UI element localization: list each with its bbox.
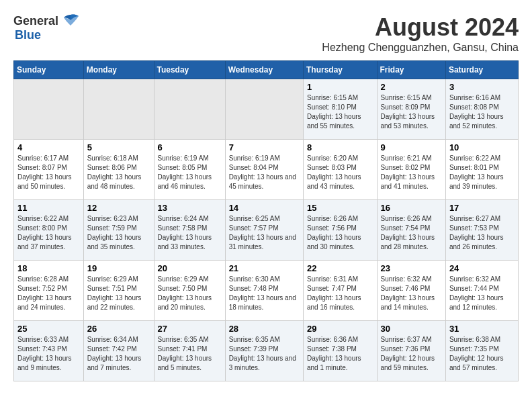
day-info: Sunrise: 6:32 AMSunset: 7:46 PMDaylight:…	[381, 275, 442, 312]
calendar-cell: 1Sunrise: 6:15 AMSunset: 8:10 PMDaylight…	[303, 79, 377, 140]
calendar-cell: 6Sunrise: 6:19 AMSunset: 8:05 PMDaylight…	[154, 140, 225, 200]
day-info: Sunrise: 6:32 AMSunset: 7:44 PMDaylight:…	[449, 275, 515, 312]
calendar-week-2: 4Sunrise: 6:17 AMSunset: 8:07 PMDaylight…	[14, 140, 519, 200]
day-number: 8	[307, 142, 373, 152]
day-number: 24	[449, 263, 515, 273]
calendar-cell: 3Sunrise: 6:16 AMSunset: 8:08 PMDaylight…	[445, 79, 518, 140]
calendar-cell: 23Sunrise: 6:32 AMSunset: 7:46 PMDayligh…	[377, 261, 445, 321]
day-info: Sunrise: 6:34 AMSunset: 7:42 PMDaylight:…	[87, 335, 150, 373]
calendar-cell: 27Sunrise: 6:35 AMSunset: 7:41 PMDayligh…	[154, 321, 225, 381]
day-number: 25	[17, 324, 80, 334]
day-info: Sunrise: 6:28 AMSunset: 7:52 PMDaylight:…	[17, 275, 80, 312]
page-header: General Blue August 2024 Hezheng Chenggu…	[13, 13, 519, 54]
header-wednesday: Wednesday	[225, 61, 303, 79]
day-info: Sunrise: 6:16 AMSunset: 8:08 PMDaylight:…	[449, 93, 515, 131]
day-info: Sunrise: 6:24 AMSunset: 7:58 PMDaylight:…	[158, 214, 222, 252]
calendar-cell: 7Sunrise: 6:19 AMSunset: 8:04 PMDaylight…	[225, 140, 303, 200]
day-number: 5	[87, 142, 150, 152]
day-info: Sunrise: 6:37 AMSunset: 7:36 PMDaylight:…	[381, 335, 442, 373]
calendar-cell: 13Sunrise: 6:24 AMSunset: 7:58 PMDayligh…	[154, 200, 225, 261]
header-friday: Friday	[377, 61, 445, 79]
day-info: Sunrise: 6:19 AMSunset: 8:05 PMDaylight:…	[158, 154, 222, 191]
calendar-cell: 21Sunrise: 6:30 AMSunset: 7:48 PMDayligh…	[225, 261, 303, 321]
calendar-cell	[154, 79, 225, 140]
day-number: 26	[87, 324, 150, 334]
calendar-cell: 28Sunrise: 6:35 AMSunset: 7:39 PMDayligh…	[225, 321, 303, 381]
day-info: Sunrise: 6:35 AMSunset: 7:39 PMDaylight:…	[229, 335, 300, 373]
day-info: Sunrise: 6:38 AMSunset: 7:35 PMDaylight:…	[449, 335, 515, 373]
day-number: 9	[381, 142, 442, 152]
day-info: Sunrise: 6:20 AMSunset: 8:03 PMDaylight:…	[307, 154, 373, 191]
header-saturday: Saturday	[445, 61, 518, 79]
calendar-cell: 20Sunrise: 6:29 AMSunset: 7:50 PMDayligh…	[154, 261, 225, 321]
calendar-cell: 24Sunrise: 6:32 AMSunset: 7:44 PMDayligh…	[445, 261, 518, 321]
day-number: 6	[158, 142, 222, 152]
day-number: 1	[307, 82, 373, 92]
calendar-cell: 18Sunrise: 6:28 AMSunset: 7:52 PMDayligh…	[14, 261, 84, 321]
calendar-cell	[14, 79, 84, 140]
day-number: 29	[307, 324, 373, 334]
day-info: Sunrise: 6:30 AMSunset: 7:48 PMDaylight:…	[229, 275, 300, 312]
calendar-cell: 4Sunrise: 6:17 AMSunset: 8:07 PMDaylight…	[14, 140, 84, 200]
calendar-week-4: 18Sunrise: 6:28 AMSunset: 7:52 PMDayligh…	[14, 261, 519, 321]
calendar-cell: 9Sunrise: 6:21 AMSunset: 8:02 PMDaylight…	[377, 140, 445, 200]
header-sunday: Sunday	[14, 61, 84, 79]
calendar-cell: 14Sunrise: 6:25 AMSunset: 7:57 PMDayligh…	[225, 200, 303, 261]
calendar-cell: 29Sunrise: 6:36 AMSunset: 7:38 PMDayligh…	[303, 321, 377, 381]
calendar-week-5: 25Sunrise: 6:33 AMSunset: 7:43 PMDayligh…	[14, 321, 519, 381]
logo-bird-icon	[61, 13, 80, 28]
calendar-cell: 22Sunrise: 6:31 AMSunset: 7:47 PMDayligh…	[303, 261, 377, 321]
day-number: 30	[381, 324, 442, 334]
calendar-cell: 30Sunrise: 6:37 AMSunset: 7:36 PMDayligh…	[377, 321, 445, 381]
calendar-cell: 12Sunrise: 6:23 AMSunset: 7:59 PMDayligh…	[83, 200, 154, 261]
day-number: 14	[229, 203, 300, 213]
calendar-subtitle: Hezheng Chengguanzhen, Gansu, China	[322, 42, 519, 54]
calendar-cell: 31Sunrise: 6:38 AMSunset: 7:35 PMDayligh…	[445, 321, 518, 381]
day-number: 11	[17, 203, 80, 213]
calendar-cell: 25Sunrise: 6:33 AMSunset: 7:43 PMDayligh…	[14, 321, 84, 381]
day-info: Sunrise: 6:15 AMSunset: 8:10 PMDaylight:…	[307, 93, 373, 131]
day-number: 15	[307, 203, 373, 213]
day-number: 22	[307, 263, 373, 273]
day-number: 27	[158, 324, 222, 334]
day-number: 3	[449, 82, 515, 92]
calendar-table: Sunday Monday Tuesday Wednesday Thursday…	[13, 60, 519, 381]
day-info: Sunrise: 6:15 AMSunset: 8:09 PMDaylight:…	[381, 93, 442, 131]
calendar-title-area: August 2024 Hezheng Chengguanzhen, Gansu…	[322, 13, 519, 54]
day-info: Sunrise: 6:26 AMSunset: 7:56 PMDaylight:…	[307, 214, 373, 252]
day-info: Sunrise: 6:17 AMSunset: 8:07 PMDaylight:…	[17, 154, 80, 191]
day-info: Sunrise: 6:35 AMSunset: 7:41 PMDaylight:…	[158, 335, 222, 373]
header-thursday: Thursday	[303, 61, 377, 79]
calendar-week-1: 1Sunrise: 6:15 AMSunset: 8:10 PMDaylight…	[14, 79, 519, 140]
day-number: 20	[158, 263, 222, 273]
day-number: 21	[229, 263, 300, 273]
calendar-cell: 15Sunrise: 6:26 AMSunset: 7:56 PMDayligh…	[303, 200, 377, 261]
day-number: 7	[229, 142, 300, 152]
calendar-cell: 16Sunrise: 6:26 AMSunset: 7:54 PMDayligh…	[377, 200, 445, 261]
day-number: 16	[381, 203, 442, 213]
calendar-cell: 19Sunrise: 6:29 AMSunset: 7:51 PMDayligh…	[83, 261, 154, 321]
day-info: Sunrise: 6:19 AMSunset: 8:04 PMDaylight:…	[229, 154, 300, 191]
day-info: Sunrise: 6:31 AMSunset: 7:47 PMDaylight:…	[307, 275, 373, 312]
day-info: Sunrise: 6:23 AMSunset: 7:59 PMDaylight:…	[87, 214, 150, 252]
calendar-cell: 17Sunrise: 6:27 AMSunset: 7:53 PMDayligh…	[445, 200, 518, 261]
calendar-cell: 5Sunrise: 6:18 AMSunset: 8:06 PMDaylight…	[83, 140, 154, 200]
calendar-cell: 11Sunrise: 6:22 AMSunset: 8:00 PMDayligh…	[14, 200, 84, 261]
day-info: Sunrise: 6:18 AMSunset: 8:06 PMDaylight:…	[87, 154, 150, 191]
day-info: Sunrise: 6:29 AMSunset: 7:51 PMDaylight:…	[87, 275, 150, 312]
day-number: 19	[87, 263, 150, 273]
calendar-cell: 8Sunrise: 6:20 AMSunset: 8:03 PMDaylight…	[303, 140, 377, 200]
calendar-header-row: Sunday Monday Tuesday Wednesday Thursday…	[14, 61, 519, 79]
logo-blue: Blue	[15, 28, 41, 42]
day-number: 13	[158, 203, 222, 213]
day-info: Sunrise: 6:22 AMSunset: 8:01 PMDaylight:…	[449, 154, 515, 191]
day-info: Sunrise: 6:21 AMSunset: 8:02 PMDaylight:…	[381, 154, 442, 191]
calendar-cell: 10Sunrise: 6:22 AMSunset: 8:01 PMDayligh…	[445, 140, 518, 200]
day-info: Sunrise: 6:33 AMSunset: 7:43 PMDaylight:…	[17, 335, 80, 373]
day-info: Sunrise: 6:27 AMSunset: 7:53 PMDaylight:…	[449, 214, 515, 252]
header-monday: Monday	[83, 61, 154, 79]
calendar-cell: 2Sunrise: 6:15 AMSunset: 8:09 PMDaylight…	[377, 79, 445, 140]
day-number: 10	[449, 142, 515, 152]
day-number: 23	[381, 263, 442, 273]
logo-general: General	[13, 14, 58, 28]
